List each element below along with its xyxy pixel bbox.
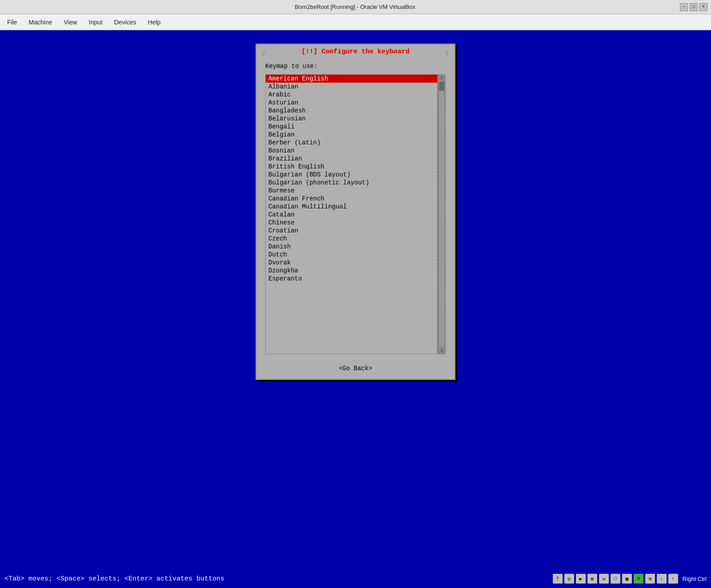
list-item[interactable]: Esperanto — [266, 275, 437, 283]
scroll-down-arrow[interactable]: ↓ — [440, 348, 443, 353]
scroll-track[interactable] — [439, 82, 444, 347]
close-button[interactable]: × — [699, 3, 707, 11]
list-item[interactable]: Bosnian — [266, 147, 437, 155]
systray-icon-9[interactable]: ⚙ — [645, 574, 655, 584]
systray-icon-10[interactable]: ↓ — [657, 574, 667, 584]
list-item[interactable]: Burmese — [266, 187, 437, 195]
list-item[interactable]: Belgian — [266, 131, 437, 139]
minimize-button[interactable]: − — [680, 3, 688, 11]
list-item[interactable]: Canadian Multilingual — [266, 203, 437, 211]
list-item[interactable]: Berber (Latin) — [266, 139, 437, 147]
list-item[interactable]: Brazilian — [266, 155, 437, 163]
scroll-up-arrow[interactable]: ↑ — [440, 76, 443, 81]
list-item[interactable]: Dutch — [266, 251, 437, 259]
main-area: ╔ [!!] Configure the keyboard ╗ Keymap t… — [0, 30, 711, 569]
list-item[interactable]: Czech — [266, 235, 437, 243]
list-item[interactable]: Asturian — [266, 99, 437, 107]
right-ctrl-label: Right Ctrl — [683, 576, 707, 582]
dialog-body: Keymap to use: American EnglishAlbanianA… — [256, 57, 455, 360]
scroll-thumb[interactable] — [439, 82, 444, 91]
list-item[interactable]: Catalan — [266, 211, 437, 219]
systray-icon-6[interactable]: □ — [611, 574, 620, 584]
titlebar-controls[interactable]: − □ × — [680, 3, 707, 11]
systray-icon-1[interactable]: ? — [553, 574, 563, 584]
go-back-button[interactable]: <Go Back> — [335, 364, 376, 373]
list-item[interactable]: Albanian — [266, 83, 437, 91]
scrollbar[interactable]: ↑ ↓ — [437, 75, 445, 354]
statusbar: <Tab> moves; <Space> selects; <Enter> ac… — [0, 569, 711, 588]
systray-icon-8[interactable]: V — [634, 574, 643, 584]
systray-icon-11[interactable]: ↑ — [668, 574, 678, 584]
list-item[interactable]: Croatian — [266, 227, 437, 235]
corner-right: ╗ — [446, 48, 449, 56]
menubar: File Machine View Input Devices Help — [0, 14, 711, 30]
systray-icon-4[interactable]: ⊞ — [587, 574, 597, 584]
list-item[interactable]: Danish — [266, 243, 437, 251]
menu-view[interactable]: View — [58, 17, 82, 28]
list-item[interactable]: Chinese — [266, 219, 437, 227]
dialog-shadow — [3, 33, 203, 572]
keymap-list[interactable]: American EnglishAlbanianArabicAsturianBa… — [266, 75, 437, 354]
list-item[interactable]: Bangladesh — [266, 107, 437, 115]
menu-help[interactable]: Help — [143, 17, 166, 28]
keymap-list-container[interactable]: American EnglishAlbanianArabicAsturianBa… — [265, 74, 446, 354]
menu-machine[interactable]: Machine — [24, 17, 58, 28]
titlebar-title: Born2beRoot [Running] - Oracle VM Virtua… — [30, 4, 680, 10]
statusbar-text: <Tab> moves; <Space> selects; <Enter> ac… — [4, 575, 224, 583]
list-item[interactable]: Canadian French — [266, 195, 437, 203]
systray-icon-2[interactable]: ◎ — [564, 574, 574, 584]
list-item[interactable]: British English — [266, 163, 437, 171]
titlebar: Born2beRoot [Running] - Oracle VM Virtua… — [0, 0, 711, 14]
list-item[interactable]: Dvorak — [266, 259, 437, 267]
dialog-title: [!!] Configure the keyboard — [268, 48, 443, 56]
systray-icon-5[interactable]: ✉ — [599, 574, 609, 584]
list-item[interactable]: Arabic — [266, 91, 437, 99]
list-item[interactable]: Dzongkha — [266, 267, 437, 275]
list-item[interactable]: Bulgarian (phonetic layout) — [266, 179, 437, 187]
systray-icon-3[interactable]: ▶ — [576, 574, 586, 584]
corner-left: ╔ — [262, 48, 265, 56]
dialog-titlebar: ╔ [!!] Configure the keyboard ╗ — [256, 44, 455, 57]
maximize-button[interactable]: □ — [690, 3, 698, 11]
menu-devices[interactable]: Devices — [109, 17, 142, 28]
list-item[interactable]: Belarusian — [266, 115, 437, 123]
list-item[interactable]: Bengali — [266, 123, 437, 131]
menu-input[interactable]: Input — [84, 17, 108, 28]
list-item[interactable]: American English — [266, 75, 437, 83]
menu-file[interactable]: File — [2, 17, 23, 28]
list-item[interactable]: Bulgarian (BDS layout) — [266, 171, 437, 179]
systray-icon-7[interactable]: ▦ — [622, 574, 632, 584]
configure-keyboard-dialog: ╔ [!!] Configure the keyboard ╗ Keymap t… — [256, 44, 455, 380]
dialog-footer: <Go Back> — [256, 360, 455, 379]
statusbar-right: ? ◎ ▶ ⊞ ✉ □ ▦ V ⚙ ↓ ↑ Right Ctrl — [553, 574, 707, 584]
keymap-label: Keymap to use: — [265, 63, 446, 70]
